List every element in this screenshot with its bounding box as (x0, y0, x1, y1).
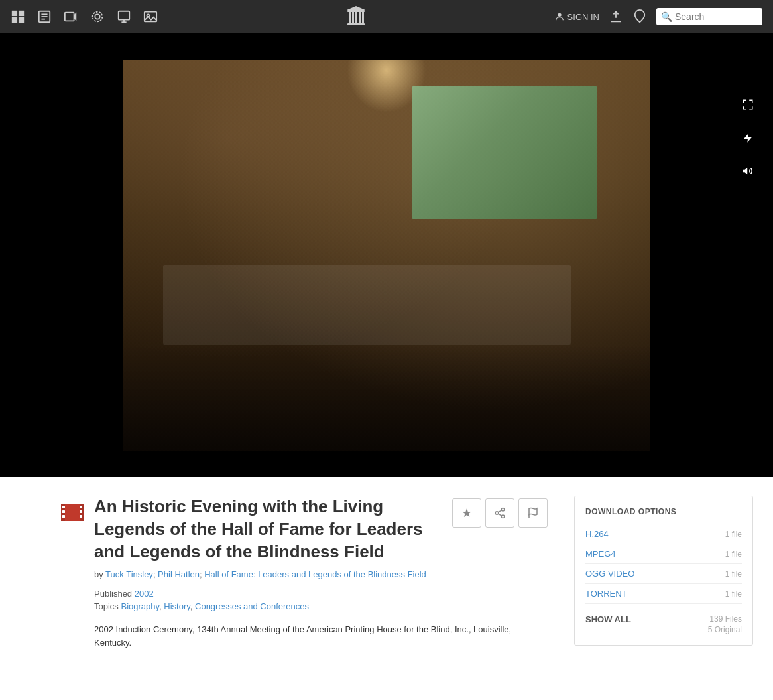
download-mpeg4[interactable]: MPEG4 (585, 549, 616, 559)
nav-icon-web[interactable] (11, 9, 25, 24)
show-all-link[interactable]: SHOW ALL (585, 614, 631, 634)
svg-marker-28 (743, 168, 748, 175)
download-ogg-count: 1 file (725, 569, 742, 579)
flash-button[interactable] (736, 126, 760, 150)
svg-rect-15 (145, 12, 156, 22)
video-frame[interactable] (123, 60, 650, 451)
flag-button[interactable] (518, 498, 548, 528)
svg-rect-2 (12, 17, 17, 23)
published-label: Published (94, 589, 132, 599)
nav-icon-texts[interactable] (37, 9, 52, 24)
download-row-mpeg4: MPEG4 1 file (585, 544, 742, 564)
nav-right: SIGN IN 🔍 (554, 8, 762, 25)
download-h264-count: 1 file (725, 530, 742, 539)
svg-rect-12 (119, 11, 130, 20)
page-title: An Historic Evening with the Living Lege… (94, 496, 443, 563)
action-buttons: ★ (452, 498, 548, 528)
svg-rect-0 (12, 11, 17, 16)
total-files: 139 Files (709, 614, 742, 624)
download-torrent[interactable]: TORRENT (585, 589, 627, 599)
share-button[interactable] (485, 498, 514, 528)
svg-marker-24 (347, 6, 365, 10)
download-title: DOWNLOAD OPTIONS (585, 507, 742, 516)
svg-rect-19 (349, 12, 351, 23)
download-torrent-count: 1 file (725, 589, 742, 599)
published-row: Published 2002 (94, 589, 548, 599)
svg-rect-1 (19, 11, 24, 16)
content-area: An Historic Evening with the Living Lege… (0, 477, 773, 700)
published-year[interactable]: 2002 (135, 589, 154, 599)
nav-logo[interactable] (170, 5, 542, 29)
download-ogg[interactable]: OGG VIDEO (585, 569, 634, 579)
topic-history[interactable]: History (164, 601, 190, 611)
title-row: An Historic Evening with the Living Lege… (60, 496, 548, 563)
search-wrapper: 🔍 (656, 8, 762, 25)
svg-point-11 (93, 12, 103, 22)
topics-label: Topics (94, 601, 119, 611)
svg-rect-35 (80, 506, 82, 508)
download-h264[interactable]: H.264 (585, 529, 609, 539)
volume-button[interactable] (736, 159, 760, 183)
original-files: 5 Original (708, 625, 742, 634)
topic-biography[interactable]: Biography (121, 601, 159, 611)
nav-donate-icon[interactable] (632, 9, 647, 24)
navbar: SIGN IN 🔍 (0, 0, 773, 33)
left-content: An Historic Evening with the Living Lege… (60, 496, 548, 676)
sign-in-button[interactable]: SIGN IN (554, 11, 599, 22)
svg-rect-20 (352, 12, 354, 23)
download-row-h264: H.264 1 file (585, 524, 742, 544)
svg-point-40 (501, 515, 505, 518)
nav-icon-audio[interactable] (90, 9, 105, 24)
svg-rect-36 (80, 510, 82, 513)
author-phil-hatlen[interactable]: Phil Hatlen (158, 569, 200, 579)
svg-rect-34 (62, 515, 65, 518)
film-icon (60, 500, 85, 528)
svg-rect-32 (62, 506, 65, 508)
svg-rect-33 (62, 510, 65, 513)
description: 2002 Induction Ceremony, 134th Annual Me… (94, 623, 548, 649)
svg-point-39 (495, 512, 499, 515)
nav-icon-software[interactable] (117, 9, 131, 24)
svg-line-41 (498, 514, 501, 516)
download-row-ogg: OGG VIDEO 1 file (585, 564, 742, 584)
nav-upload-icon[interactable] (609, 9, 623, 24)
search-icon: 🔍 (661, 11, 672, 22)
topic-congresses[interactable]: Congresses and Conferences (195, 601, 309, 611)
nav-icon-images[interactable] (143, 9, 158, 24)
svg-marker-27 (744, 133, 752, 142)
fullscreen-button[interactable] (736, 93, 760, 117)
video-section (0, 33, 773, 477)
download-panel: DOWNLOAD OPTIONS H.264 1 file MPEG4 1 fi… (574, 496, 753, 646)
svg-rect-17 (347, 10, 365, 12)
show-all-counts: 139 Files 5 Original (708, 614, 742, 634)
svg-rect-8 (65, 13, 74, 21)
author-hall-of-fame[interactable]: Hall of Fame: Leaders and Legends of the… (204, 569, 426, 579)
svg-point-10 (95, 14, 99, 19)
show-all-row: SHOW ALL 139 Files 5 Original (585, 611, 742, 634)
svg-rect-22 (359, 12, 361, 23)
favorite-button[interactable]: ★ (452, 498, 481, 528)
svg-rect-37 (80, 515, 82, 518)
author-tuck-tinsley[interactable]: Tuck Tinsley (105, 569, 153, 579)
authors: by Tuck Tinsley; Phil Hatlen; Hall of Fa… (94, 569, 548, 579)
svg-point-25 (558, 13, 561, 17)
svg-rect-3 (19, 17, 24, 23)
search-input[interactable] (656, 8, 762, 25)
svg-rect-18 (347, 23, 365, 25)
video-controls-side (736, 93, 760, 183)
svg-line-42 (498, 510, 501, 512)
svg-rect-21 (355, 12, 357, 23)
topics-row: Topics Biography, History, Congresses an… (94, 601, 548, 611)
video-placeholder (123, 60, 650, 451)
svg-rect-23 (362, 12, 364, 23)
nav-icon-video[interactable] (64, 9, 78, 24)
download-mpeg4-count: 1 file (725, 550, 742, 559)
svg-point-38 (501, 508, 505, 512)
download-row-torrent: TORRENT 1 file (585, 584, 742, 604)
